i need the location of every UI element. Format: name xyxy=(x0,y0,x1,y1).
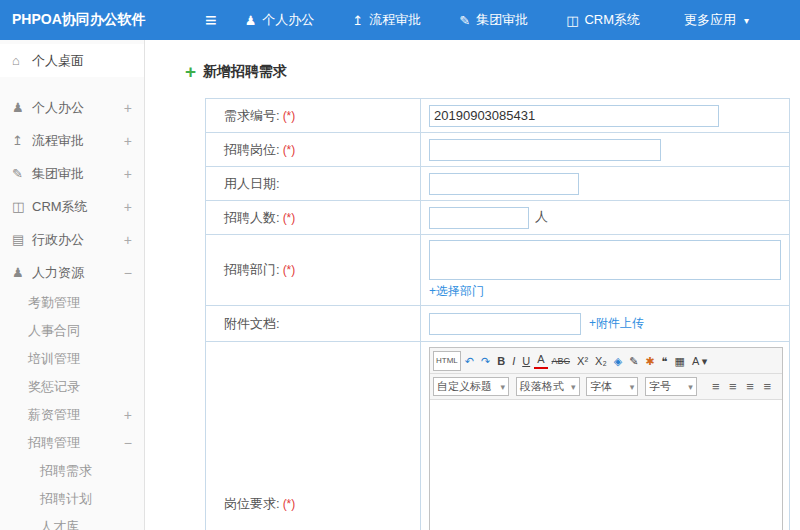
sidebar-recruit-demand[interactable]: 招聘需求 xyxy=(0,457,144,485)
chevron-down-icon: ▾ xyxy=(688,382,693,392)
nav-process-approval[interactable]: ↥ 流程审批 xyxy=(352,11,429,29)
expand-toggle-icon[interactable]: + xyxy=(124,199,132,215)
sidebar-crm-system[interactable]: ◫ CRM系统 + xyxy=(0,190,144,223)
sidebar-talent-pool[interactable]: 人才库 xyxy=(0,513,144,530)
sidebar-item-label: 流程审批 xyxy=(32,132,124,150)
nav-label: 更多应用 xyxy=(684,11,736,29)
expand-toggle-icon[interactable]: + xyxy=(124,133,132,149)
upload-icon: ↥ xyxy=(352,13,363,28)
hire-date-label: 用人日期: xyxy=(224,176,280,191)
hamburger-menu-icon[interactable]: ≡ xyxy=(205,10,217,30)
sidebar-item-label: CRM系统 xyxy=(32,198,124,216)
eraser-icon[interactable]: ◈ xyxy=(611,352,625,370)
expand-toggle-icon[interactable]: + xyxy=(124,407,132,423)
sidebar-hr-contract[interactable]: 人事合同 xyxy=(0,317,144,345)
font-size-select[interactable]: 字号 ▾ xyxy=(645,377,697,396)
nav-personal-office[interactable]: ♟ 个人办公 xyxy=(245,11,323,29)
format-painter-icon[interactable]: ✎ xyxy=(626,352,641,370)
user-icon: ♟ xyxy=(12,100,32,115)
blockquote-icon[interactable]: ❝ xyxy=(659,352,671,370)
font-family-select[interactable]: 字体 ▾ xyxy=(586,377,638,396)
top-navigation: ♟ 个人办公 ↥ 流程审批 ✎ 集团审批 ◫ CRM系统 xyxy=(245,11,749,29)
sidebar-item-label: 招聘需求 xyxy=(40,462,132,480)
attachment-label: 附件文档: xyxy=(224,316,280,331)
required-marker: (*) xyxy=(283,143,296,157)
sidebar-item-label: 奖惩记录 xyxy=(28,378,132,396)
select-department-link[interactable]: +选择部门 xyxy=(429,284,484,298)
emoticon-icon[interactable]: ▦ xyxy=(671,352,687,370)
underline-icon[interactable]: U xyxy=(519,352,533,370)
editor-content-area[interactable] xyxy=(430,400,782,530)
align-right-icon[interactable]: ≡ xyxy=(743,379,757,394)
main-content: + 新增招聘需求 需求编号:(*) 招聘岗位:(*) xyxy=(145,40,800,530)
sidebar-admin-office[interactable]: ▤ 行政办公 + xyxy=(0,223,144,256)
nav-label: 集团审批 xyxy=(476,11,528,29)
paragraph-format-select[interactable]: 段落格式 ▾ xyxy=(516,377,580,396)
subscript-icon[interactable]: X₂ xyxy=(592,352,610,370)
edit-icon: ✎ xyxy=(12,166,32,181)
expand-toggle-icon[interactable]: + xyxy=(124,232,132,248)
table-row: 附件文档: +附件上传 xyxy=(206,306,790,342)
editor-selects: 自定义标题 ▾ 段落格式 ▾ xyxy=(433,377,700,396)
req-no-input[interactable] xyxy=(429,105,719,127)
nav-crm-system[interactable]: ◫ CRM系统 xyxy=(566,11,648,29)
bold-icon[interactable]: B xyxy=(494,352,508,370)
sidebar-personal-desktop[interactable]: ⌂ 个人桌面 xyxy=(0,44,144,77)
expand-toggle-icon[interactable]: + xyxy=(124,100,132,116)
align-left-icon[interactable]: ≡ xyxy=(709,379,723,394)
chart-icon: ◫ xyxy=(12,199,32,214)
superscript-icon[interactable]: X² xyxy=(574,352,591,370)
department-textarea[interactable] xyxy=(429,240,781,280)
sidebar-recruit-plan[interactable]: 招聘计划 xyxy=(0,485,144,513)
position-input[interactable] xyxy=(429,139,661,161)
user-icon: ♟ xyxy=(245,13,257,28)
sidebar-process-approval[interactable]: ↥ 流程审批 + xyxy=(0,124,144,157)
sidebar-group-approval[interactable]: ✎ 集团审批 + xyxy=(0,157,144,190)
chevron-down-icon: ▾ xyxy=(500,382,505,392)
attachment-input[interactable] xyxy=(429,313,581,335)
sidebar-salary[interactable]: 薪资管理 + xyxy=(0,401,144,429)
headcount-label-cell: 招聘人数:(*) xyxy=(206,201,421,235)
job-req-label-cell: 岗位要求:(*) xyxy=(206,342,421,530)
position-label-cell: 招聘岗位:(*) xyxy=(206,133,421,167)
sidebar-attendance[interactable]: 考勤管理 xyxy=(0,289,144,317)
hire-date-input[interactable] xyxy=(429,173,579,195)
sidebar-item-label: 考勤管理 xyxy=(28,294,132,312)
nav-more-apps[interactable]: 更多应用 ▾ xyxy=(678,11,749,29)
sidebar-training[interactable]: 培训管理 xyxy=(0,345,144,373)
highlight-icon[interactable]: ✱ xyxy=(642,352,657,370)
edit-icon: ✎ xyxy=(459,13,470,28)
page-title-text: 新增招聘需求 xyxy=(203,63,287,81)
text-color-dropdown-icon[interactable]: A ▾ xyxy=(689,352,710,370)
redo-icon[interactable]: ↷ xyxy=(478,352,493,370)
align-center-icon[interactable]: ≡ xyxy=(726,379,740,394)
undo-icon[interactable]: ↶ xyxy=(462,352,477,370)
sidebar-rewards[interactable]: 奖惩记录 xyxy=(0,373,144,401)
italic-icon[interactable]: I xyxy=(509,352,518,370)
headcount-label: 招聘人数: xyxy=(224,210,280,225)
expand-toggle-icon[interactable]: + xyxy=(124,166,132,182)
table-row: 招聘岗位:(*) xyxy=(206,133,790,167)
sidebar-hr-sublist: 考勤管理 人事合同 培训管理 奖惩记录 xyxy=(0,289,144,457)
hire-date-label-cell: 用人日期: xyxy=(206,167,421,201)
required-marker: (*) xyxy=(283,497,296,511)
expand-toggle-icon[interactable]: − xyxy=(124,265,132,281)
department-label-cell: 招聘部门:(*) xyxy=(206,235,421,306)
html-source-button[interactable]: HTML xyxy=(433,351,461,371)
sidebar-personal-office[interactable]: ♟ 个人办公 + xyxy=(0,91,144,124)
expand-toggle-icon[interactable]: − xyxy=(124,435,132,451)
headcount-input[interactable] xyxy=(429,207,529,229)
heading-select[interactable]: 自定义标题 ▾ xyxy=(433,377,509,396)
attachment-upload-link[interactable]: +附件上传 xyxy=(589,316,644,330)
nav-group-approval[interactable]: ✎ 集团审批 xyxy=(459,11,536,29)
strikethrough-icon[interactable]: ABC xyxy=(549,352,574,370)
upload-icon: ↥ xyxy=(12,133,32,148)
align-justify-icon[interactable]: ≡ xyxy=(761,379,775,394)
font-color-icon[interactable]: A xyxy=(534,352,547,369)
add-icon: + xyxy=(185,62,196,81)
sidebar-recruit[interactable]: 招聘管理 − xyxy=(0,429,144,457)
attachment-label-cell: 附件文档: xyxy=(206,306,421,342)
chevron-down-icon: ▾ xyxy=(744,15,749,26)
table-row: 岗位要求:(*) HTML ↶ ↷ xyxy=(206,342,790,530)
sidebar-hr[interactable]: ♟ 人力资源 − xyxy=(0,256,144,289)
